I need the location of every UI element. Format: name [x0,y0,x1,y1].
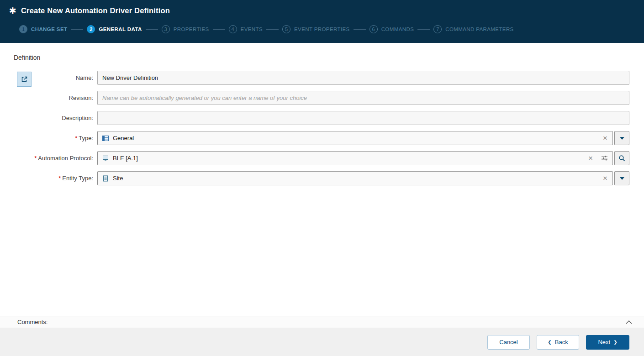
entity-type-clear-icon[interactable]: × [602,174,608,182]
page-title: Create New Automation Driver Definition [21,6,170,15]
revision-label: Revision: [14,94,97,101]
chevron-left-icon: ❮ [548,340,551,345]
entity-type-dropdown-button[interactable] [614,171,629,185]
description-input[interactable] [97,111,629,125]
step-number: 5 [282,25,290,33]
filter-icon[interactable] [601,155,608,161]
chevron-down-icon [620,177,624,180]
step-label: CHANGE SET [31,26,67,32]
revision-field-row: Revision: [14,91,629,105]
protocol-icon [102,155,109,162]
name-input[interactable] [97,71,629,85]
footer-action-bar: Cancel ❮ Back Next ❯ [0,328,644,356]
name-label: Name: [14,74,97,81]
type-clear-icon[interactable]: × [602,134,608,142]
step-event-properties[interactable]: 5 EVENT PROPERTIES [282,25,350,33]
automation-protocol-clear-icon[interactable]: × [588,154,593,162]
comments-label: Comments: [17,319,48,325]
wizard-steps: 1 CHANGE SET 2 GENERAL DATA 3 PROPERTIES… [0,21,644,37]
description-label: Description: [14,115,97,121]
required-marker: * [58,175,61,182]
section-title: Definition [14,54,40,61]
automation-protocol-combobox[interactable]: BLE [A.1] × [97,151,613,165]
revision-input[interactable] [97,91,629,105]
step-connector [213,29,225,30]
step-connector [266,29,279,30]
back-button[interactable]: ❮ Back [537,335,579,350]
required-marker: * [34,155,37,162]
chevron-up-icon[interactable] [626,320,632,324]
step-connector [354,29,366,30]
automation-protocol-value: BLE [A.1] [113,155,584,162]
entity-type-label: *Entity Type: [14,175,97,182]
chevron-right-icon: ❯ [613,340,617,345]
step-label: PROPERTIES [174,26,209,32]
step-number: 1 [19,25,27,33]
step-change-set[interactable]: 1 CHANGE SET [19,25,67,33]
step-number: 4 [229,25,237,33]
step-events[interactable]: 4 EVENTS [229,25,263,33]
comments-bar: Comments: [0,316,644,328]
wizard-header: ✱ Create New Automation Driver Definitio… [0,0,644,43]
step-number: 6 [370,25,378,33]
step-number: 2 [87,25,95,33]
type-dropdown-button[interactable] [614,131,629,145]
type-label: *Type: [14,135,97,141]
step-label: EVENTS [241,26,263,32]
name-field-row: Name: [14,71,629,85]
entity-type-field-row: *Entity Type: Site × [14,171,629,185]
description-field-row: Description: [14,111,629,125]
type-combobox[interactable]: General × [97,131,613,145]
definition-form: Name: Revision: Description: *Type: [14,71,629,191]
step-connector [417,29,430,30]
automation-protocol-label: *Automation Protocol: [14,155,97,162]
cancel-button[interactable]: Cancel [487,335,530,350]
cancel-button-label: Cancel [499,339,517,346]
step-label: EVENT PROPERTIES [294,26,350,32]
entity-type-icon [102,175,109,182]
step-connector [71,29,83,30]
next-button[interactable]: Next ❯ [586,335,629,350]
chevron-down-icon [620,137,624,140]
step-number: 7 [433,25,442,33]
type-value: General [113,135,598,141]
step-command-parameters[interactable]: 7 COMMAND PARAMETERS [433,25,513,33]
required-marker: * [75,135,77,141]
type-field-row: *Type: General × [14,131,629,145]
back-button-label: Back [555,339,568,346]
title-row: ✱ Create New Automation Driver Definitio… [0,0,644,21]
search-icon [618,155,626,162]
automation-protocol-search-button[interactable] [614,151,629,165]
step-label: COMMANDS [381,26,414,32]
automation-protocol-field-row: *Automation Protocol: BLE [A.1] × [14,151,629,165]
step-connector [146,29,158,30]
entity-type-value: Site [113,175,598,182]
step-label: COMMAND PARAMETERS [445,26,513,32]
create-driver-definition-wizard: ✱ Create New Automation Driver Definitio… [0,0,644,356]
step-number: 3 [162,25,170,33]
step-properties[interactable]: 3 PROPERTIES [162,25,209,33]
step-general-data[interactable]: 2 GENERAL DATA [87,25,142,33]
entity-type-combobox[interactable]: Site × [97,171,613,185]
new-item-icon: ✱ [9,6,16,15]
step-commands[interactable]: 6 COMMANDS [370,25,414,33]
type-icon [102,135,109,141]
step-label: GENERAL DATA [99,26,142,32]
next-button-label: Next [598,339,610,346]
